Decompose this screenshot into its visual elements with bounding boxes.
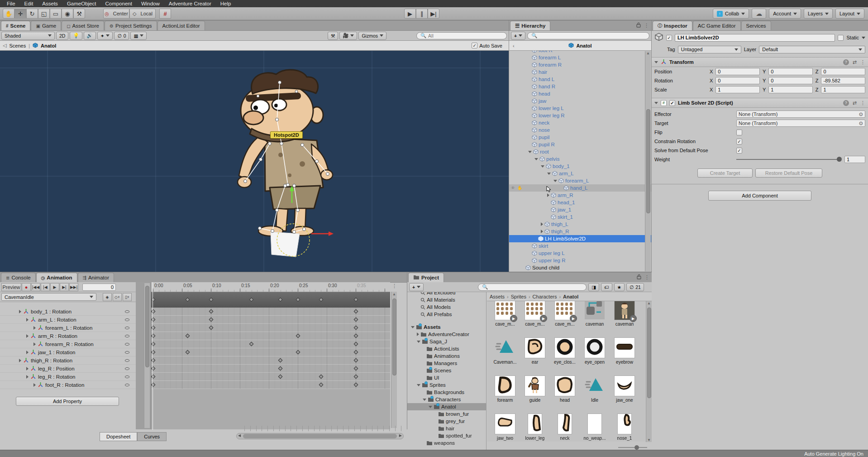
asset-thumbnail[interactable]: [617, 414, 632, 434]
keyframe[interactable]: [151, 358, 155, 363]
curve-toggle[interactable]: [125, 327, 129, 329]
breadcrumb-Assets[interactable]: Assets: [490, 294, 505, 299]
project-folder-Sprites[interactable]: Sprites: [407, 381, 486, 389]
step-button[interactable]: ▶|: [428, 9, 439, 19]
project-folder-Saga_J[interactable]: Saga_J: [407, 338, 486, 345]
project-folder-All Models[interactable]: All Models: [407, 303, 486, 311]
picking-icon[interactable]: ✋: [517, 186, 522, 190]
asset-thumbnail[interactable]: [584, 337, 605, 358]
help-icon[interactable]: ?: [843, 59, 849, 65]
effects-dropdown[interactable]: ✦: [97, 32, 113, 40]
asset-thumbnail[interactable]: ▶: [525, 301, 545, 320]
layers-dropdown[interactable]: Layers: [804, 9, 833, 19]
hotspot2d-label[interactable]: Hotspot2D: [270, 131, 303, 139]
asset-eye_clos[interactable]: eye_clos...: [550, 337, 579, 365]
dopesheet-summary-row[interactable]: [151, 292, 390, 308]
keyframe[interactable]: [353, 326, 358, 330]
play-overlay-icon[interactable]: ▶: [570, 315, 577, 322]
position-y-field[interactable]: 0: [768, 68, 813, 75]
keyframe[interactable]: [151, 317, 155, 322]
anim-prop-body_1[interactable]: body_1 : Rotation: [0, 308, 136, 316]
menu-dots-icon[interactable]: ⋮: [644, 23, 649, 29]
hierarchy-item-skirt_1[interactable]: skirt_1: [509, 213, 651, 221]
target-object-field[interactable]: None (Transform)⊙: [736, 120, 865, 127]
hidden-objects-toggle[interactable]: ∅0: [114, 32, 129, 40]
anim-prop-arm_L[interactable]: arm_L : Rotation: [0, 316, 136, 324]
hierarchy-item-nose[interactable]: nose: [509, 126, 651, 134]
solve-default-pose-checkbox[interactable]: ✓: [736, 148, 742, 154]
keyframe[interactable]: [209, 326, 213, 330]
asset-nose_1[interactable]: nose_1: [610, 414, 639, 441]
asset-thumbnail[interactable]: [528, 414, 542, 434]
asset-thumbnail[interactable]: [587, 414, 602, 434]
menu-help[interactable]: Help: [216, 0, 235, 7]
record-button[interactable]: ●: [22, 283, 31, 291]
tab-animator[interactable]: ⇶Animator: [78, 273, 114, 282]
keyframe[interactable]: [353, 298, 358, 302]
search-by-type-icon[interactable]: ◨: [588, 283, 599, 291]
anim-prop-leg_R[interactable]: leg_R : Rotation: [0, 373, 136, 381]
last-frame-button[interactable]: ▶▶|: [69, 283, 78, 291]
add-event-button[interactable]: ▯+: [123, 293, 132, 301]
hierarchy-item-hand_L[interactable]: 👁✋hand_L: [509, 184, 651, 192]
hierarchy-item-upper-leg-L[interactable]: upper leg L: [509, 250, 651, 257]
project-folder-Backgrounds[interactable]: Backgrounds: [407, 389, 486, 396]
curve-toggle[interactable]: [125, 359, 129, 362]
play-overlay-icon[interactable]: ▶: [630, 315, 637, 322]
keyframe[interactable]: [296, 334, 300, 338]
keyframe[interactable]: [353, 375, 358, 379]
weight-slider[interactable]: 1: [736, 156, 865, 163]
dopesheet-vscrollbar[interactable]: ▲: [391, 292, 397, 428]
project-folder-Assets[interactable]: Assets: [407, 323, 486, 331]
back-chevron-icon[interactable]: ‹: [513, 43, 515, 48]
help-icon[interactable]: ?: [843, 100, 849, 106]
hierarchy-item-head[interactable]: head: [509, 90, 651, 97]
audio-toggle[interactable]: 🔊: [84, 32, 96, 40]
breadcrumb-prefab[interactable]: Anatol: [41, 43, 56, 48]
scene-viewport[interactable]: Hotspot2D: [0, 51, 509, 272]
visibility-eye-icon[interactable]: 👁: [511, 186, 515, 190]
next-frame-button[interactable]: ▶|: [60, 283, 69, 291]
keyframe-target-icon[interactable]: ◈: [103, 293, 112, 301]
pause-button[interactable]: ∥: [416, 9, 428, 19]
breadcrumb-Characters[interactable]: Characters: [533, 294, 557, 299]
keyframe[interactable]: [151, 350, 155, 355]
project-folder-Characters[interactable]: Characters: [407, 396, 486, 403]
asset-thumbnail[interactable]: [554, 337, 575, 358]
project-folder-AdventureCreator[interactable]: AdventureCreator: [407, 331, 486, 338]
project-folder-All Excluded[interactable]: All Excluded: [407, 292, 486, 296]
menu-dots-icon[interactable]: ⋮: [860, 59, 865, 65]
menu-file[interactable]: File: [3, 0, 19, 7]
keyframe[interactable]: [278, 366, 283, 371]
hierarchy-item-thigh_R[interactable]: thigh_R: [509, 228, 651, 235]
hierarchy-search-input[interactable]: 🔍: [527, 32, 649, 39]
play-anim-button[interactable]: ▶: [50, 283, 59, 291]
asset-forearm[interactable]: forearm: [491, 375, 520, 403]
scale-x-field[interactable]: 1: [715, 86, 760, 93]
move-tool[interactable]: ✛: [14, 9, 26, 19]
asset-thumbnail[interactable]: [525, 375, 545, 396]
anim-prop-arm_R[interactable]: arm_R : Rotation: [0, 332, 136, 340]
keyframe[interactable]: [353, 317, 358, 322]
project-folder-All Prefabs[interactable]: All Prefabs: [407, 311, 486, 318]
asset-cave_m[interactable]: ▶ cave_m...: [550, 301, 579, 327]
asset-thumbnail[interactable]: [614, 375, 635, 396]
tab-animation[interactable]: ◷Animation: [36, 273, 77, 282]
add-keyframe-button[interactable]: ◇+: [113, 293, 122, 301]
hierarchy-item-body_1[interactable]: body_1: [509, 163, 651, 170]
object-picker-icon[interactable]: ⊙: [859, 111, 863, 117]
prev-frame-button[interactable]: |◀: [41, 283, 50, 291]
asset-neck[interactable]: neck: [550, 414, 579, 441]
project-folder-Managers[interactable]: Managers: [407, 360, 486, 367]
tab-project-settings[interactable]: ⚙Project Settings: [105, 21, 157, 30]
play-overlay-icon[interactable]: ▶: [510, 315, 517, 322]
keyframe[interactable]: [209, 317, 213, 322]
enabled-checkbox[interactable]: ✓: [666, 35, 672, 41]
play-overlay-icon[interactable]: ▶: [540, 315, 547, 322]
create-dropdown[interactable]: +: [511, 32, 525, 40]
asset-cave_m[interactable]: ▶ cave_m...: [491, 301, 520, 327]
asset-thumbnail[interactable]: [495, 414, 515, 434]
keyframe[interactable]: [151, 342, 155, 346]
playhead[interactable]: [153, 282, 153, 430]
constrain-rotation-checkbox[interactable]: ✓: [736, 139, 742, 144]
